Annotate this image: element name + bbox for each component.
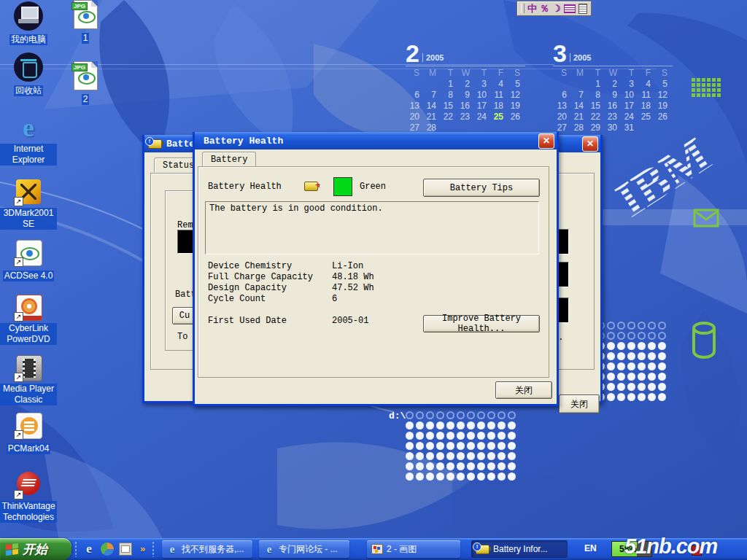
ime-drag-handle[interactable] — [521, 4, 525, 13]
desktop-icon-powerdvd[interactable]: ↗ CyberLink PowerDVD — [0, 292, 57, 345]
wallpaper-dot — [446, 421, 454, 429]
desktop-icon-3dmark2001[interactable]: ↗ 3DMark2001 SE — [0, 177, 57, 230]
battery-health-titlebar[interactable]: Battery Health ✕ — [195, 132, 557, 149]
desktop-icon-jpg-2[interactable]: JPG 2 — [57, 61, 114, 105]
ime-input-mode[interactable]: 中 — [527, 2, 537, 15]
wallpaper-dot — [648, 373, 656, 381]
calendar-day: 7 — [422, 90, 439, 101]
calendar-weekday: S — [406, 68, 422, 79]
language-indicator[interactable]: EN — [584, 543, 597, 553]
calendar-day: 7 — [570, 90, 587, 101]
calendar-day: 29 — [587, 122, 603, 133]
task-button-server-not-found[interactable]: e 找不到服务器,... — [162, 540, 252, 558]
task-button-forum[interactable]: e 专门网论坛 - ... — [259, 540, 349, 558]
calendar-weekday: F — [489, 68, 506, 79]
ime-options-icon[interactable] — [578, 4, 587, 14]
wallpaper-dot — [467, 432, 475, 440]
wallpaper-dot — [508, 432, 516, 440]
internet-explorer-icon: e — [23, 113, 34, 142]
quick-launch-overflow-chevron[interactable]: » — [140, 543, 145, 557]
jpg-badge: JPG — [71, 2, 88, 10]
watermark-51nb: 51nb.com — [624, 534, 717, 559]
close-button[interactable]: 关闭 — [559, 394, 600, 413]
wallpaper-dot — [658, 393, 666, 401]
wallpaper-dot — [426, 472, 434, 481]
calendar-month: 3 — [553, 42, 567, 64]
calendar-weekday: W — [603, 68, 620, 79]
calendar-day: 22 — [439, 112, 456, 122]
ime-punctuation-icon[interactable]: ☽ — [552, 2, 561, 15]
wallpaper-dot — [607, 373, 615, 381]
calendar-day: 6 — [553, 90, 570, 101]
wallpaper-dot — [477, 472, 485, 481]
desktop-icon-recycle-bin[interactable]: 回收站 — [0, 52, 57, 96]
calendar-day: 24 — [473, 112, 489, 122]
close-button[interactable]: 关闭 — [495, 381, 552, 399]
separator — [74, 541, 77, 557]
wallpaper-dot — [446, 472, 454, 481]
calendar-day: 21 — [422, 112, 439, 122]
wallpaper-dot — [477, 442, 485, 450]
show-desktop-icon[interactable] — [119, 542, 132, 556]
close-icon[interactable]: ✕ — [582, 136, 598, 152]
ie-icon: e — [166, 544, 178, 554]
calendar-day: 26 — [506, 112, 523, 122]
calendar-day: 4 — [637, 79, 654, 90]
calendar-day: 26 — [654, 112, 670, 122]
calendar-weekday: S — [654, 68, 670, 79]
calendar-day: 5 — [654, 79, 670, 90]
wallpaper-dot — [436, 472, 444, 481]
wallpaper-dot — [607, 393, 615, 401]
calendar-day: 9 — [456, 90, 473, 101]
desktop-icon-thinkvantage[interactable]: ↗ ThinkVantage Technologies — [0, 470, 57, 523]
wallpaper-dot — [416, 421, 424, 429]
wallpaper-dot — [638, 342, 646, 350]
calendar-day: 19 — [506, 101, 523, 112]
shortcut-arrow-icon: ↗ — [14, 373, 23, 382]
calendar-day: 15 — [587, 101, 603, 112]
desktop-icon-media-player-classic[interactable]: ↗ Media Player Classic — [0, 353, 57, 405]
wallpaper-dot — [457, 421, 465, 429]
wallpaper-dot — [648, 332, 656, 340]
ime-language-bar[interactable]: 中 ％ ☽ — [516, 1, 592, 16]
quick-launch-ie-icon[interactable]: e — [82, 542, 96, 556]
task-button-battery-information[interactable]: Battery Infor... — [471, 540, 568, 558]
desktop-icon-my-computer[interactable]: 我的电脑 — [0, 1, 57, 45]
wallpaper-dot — [426, 462, 434, 470]
wallpaper-dot — [508, 472, 516, 481]
wallpaper-dot — [446, 442, 454, 450]
desktop-icon-jpg-1[interactable]: JPG 1 — [57, 0, 114, 44]
acdsee-eye-icon — [78, 11, 96, 23]
calendar-day: 16 — [603, 101, 620, 112]
desktop-icon-internet-explorer[interactable]: e Internet Explorer — [0, 113, 57, 166]
tab-battery[interactable]: Battery — [202, 152, 256, 166]
desktop-icon-acdsee[interactable]: ↗ ACDSee 4.0 — [0, 238, 57, 281]
quick-launch: e » — [74, 538, 155, 557]
wallpaper-dot — [477, 411, 485, 419]
wallpaper-dot — [627, 393, 635, 401]
calendar-day — [570, 79, 587, 90]
start-button[interactable]: 开始 — [0, 538, 71, 560]
calendar-day: 19 — [654, 101, 670, 112]
jpg-badge: JPG — [71, 63, 88, 71]
calendar-weekday: M — [422, 68, 439, 79]
dot-grid-bottom — [406, 411, 518, 483]
close-icon[interactable]: ✕ — [538, 133, 554, 149]
wallpaper-dot — [627, 332, 635, 340]
task-button-paint[interactable]: 2 - 画图 — [367, 540, 460, 558]
quick-launch-media-icon[interactable] — [101, 542, 114, 556]
wallpaper-dot — [617, 342, 625, 350]
wallpaper-dot — [648, 393, 656, 401]
start-label: 开始 — [23, 541, 47, 558]
wallpaper-dot — [627, 322, 635, 330]
calendar-weekday: W — [456, 68, 473, 79]
wallpaper-dot — [436, 442, 444, 450]
wallpaper-dot — [617, 383, 625, 391]
wallpaper-dot — [658, 383, 666, 391]
calendar-day: 8 — [439, 90, 456, 101]
desktop-icon-pcmark04[interactable]: ↗ PCMark04 — [0, 411, 57, 454]
wallpaper-dot — [607, 362, 615, 370]
ime-width-mode-icon[interactable]: ％ — [540, 2, 549, 15]
wallpaper-dot — [508, 421, 516, 429]
ime-keyboard-icon[interactable] — [564, 4, 576, 13]
